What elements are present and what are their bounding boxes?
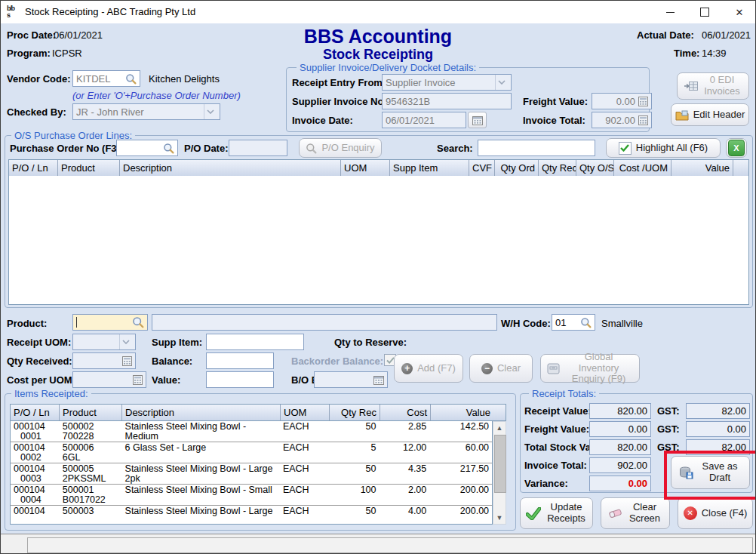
po-col-description: Description — [120, 160, 341, 176]
po-date-input[interactable] — [229, 140, 287, 156]
maximize-button[interactable] — [687, 1, 722, 23]
calculator-icon — [638, 97, 648, 106]
items-col-cost: Cost — [380, 405, 431, 420]
clear-screen-button[interactable]: Clear Screen — [601, 497, 670, 529]
red-close-icon: ✕ — [684, 506, 697, 520]
product-search-icon[interactable] — [132, 316, 144, 328]
actual-date-label: Actual Date: — [637, 29, 694, 41]
calculator-icon — [638, 115, 648, 125]
edi-icon — [684, 81, 698, 91]
items-col-po-ln: P/O / Ln — [11, 405, 60, 420]
items-table-scrollbar[interactable]: ▲ ▼ — [493, 421, 506, 525]
close-window-button[interactable]: ✕ — [722, 1, 756, 23]
highlight-all-button[interactable]: Highlight All (F6) — [606, 138, 721, 158]
supplier-invoice-no-input[interactable]: 9546321B — [382, 93, 512, 109]
proc-date-value: 06/01/2021 — [54, 29, 103, 41]
vendor-name: Kitchen Delights — [149, 73, 220, 85]
receipt-uom-select[interactable] — [72, 334, 136, 350]
po-col-qty-os: Qty O/S — [576, 160, 614, 176]
po-enquiry-button: P/O Enquiry — [299, 138, 382, 158]
items-col-value: Value — [431, 405, 493, 420]
value-input[interactable] — [206, 371, 274, 388]
total-stock-val-field: 820.00 — [589, 439, 651, 455]
search-icon — [306, 143, 317, 154]
po-date-label: P/O Date: — [184, 143, 229, 154]
balance-input[interactable] — [206, 352, 274, 369]
freight-total-field: 0.00 — [589, 421, 651, 437]
balance-label: Balance: — [152, 355, 192, 367]
table-row[interactable]: 0001040002 5000066GL 6 Glass Set - Large… — [11, 442, 492, 463]
items-receipted-legend: Items Receipted: — [11, 388, 91, 399]
invoice-date-calendar-button[interactable] — [468, 112, 487, 128]
po-search-icon[interactable] — [163, 143, 174, 154]
vendor-code-input[interactable]: KITDEL — [72, 70, 140, 87]
freight-value-input[interactable]: 0.00 — [592, 93, 652, 109]
wh-search-icon[interactable] — [580, 317, 592, 328]
po-col-value: Value — [671, 160, 733, 176]
inventory-box-icon — [547, 363, 560, 374]
table-row[interactable]: 0001040004 500001B0017022 Stainless Stee… — [11, 485, 492, 506]
green-check-icon — [526, 507, 541, 520]
qty-received-input[interactable] — [72, 352, 136, 369]
items-col-spare — [493, 405, 506, 420]
cost-per-uom-label: Cost per UOM: — [7, 374, 75, 386]
edi-invoices-button: 0 EDI Invoices — [677, 72, 749, 100]
wh-code-input[interactable]: 01 — [552, 314, 595, 331]
status-panel — [27, 537, 753, 553]
invoice-total-bottom-label: Invoice Total: — [524, 460, 587, 471]
po-col-spare — [733, 160, 748, 176]
receipt-entry-from-select[interactable]: Supplier Invoice — [382, 74, 512, 91]
program-value: ICPSR — [52, 48, 82, 59]
product-input[interactable] — [72, 314, 148, 331]
time-value: 14:39 — [702, 48, 727, 59]
status-bar — [1, 534, 756, 554]
edit-header-button[interactable]: Edit Header — [671, 103, 749, 126]
checked-by-select[interactable]: JR - John River — [72, 103, 220, 120]
scroll-up-icon[interactable]: ▲ — [493, 422, 506, 434]
search-label: Search: — [437, 143, 473, 154]
invoice-total-label: Invoice Total: — [523, 115, 585, 126]
edit-header-icon — [675, 109, 689, 121]
export-excel-button[interactable]: X — [726, 138, 747, 158]
app-title: BBS Accounting — [265, 26, 491, 48]
vendor-hint: (or Enter 'O'+Purchase Order Number) — [72, 90, 241, 101]
cost-per-uom-input[interactable] — [72, 371, 146, 388]
gst-label: GST: — [657, 423, 680, 435]
qty-to-reserve-label: Qty to Reserve: — [334, 337, 407, 348]
supp-item-input[interactable] — [206, 334, 304, 350]
freight-total-label: Freight Value: — [524, 423, 589, 435]
items-col-qty-rec: Qty Rec — [330, 405, 380, 420]
table-row[interactable]: 000104 500003 Stainless Steel Mixing Bow… — [11, 506, 492, 525]
table-row[interactable]: 0001040001 500002700228 Stainless Steel … — [11, 421, 492, 442]
vendor-search-icon[interactable] — [125, 73, 137, 85]
calendar-icon — [472, 115, 483, 125]
update-receipts-button[interactable]: Update Receipts — [520, 497, 593, 529]
table-row[interactable]: 0001040003 5000052PKSSML Stainless Steel… — [11, 463, 492, 485]
chevron-down-icon — [204, 104, 217, 119]
chevron-down-icon — [119, 334, 132, 349]
po-no-label: Purchase Order No (F3): — [10, 143, 123, 154]
po-table-body[interactable] — [8, 176, 749, 305]
po-col-product: Product — [58, 160, 120, 176]
invoice-date-input[interactable]: 06/01/2021 — [382, 112, 466, 128]
minimize-button[interactable] — [653, 1, 687, 23]
search-input[interactable] — [478, 140, 595, 156]
po-col-qty-rec: Qty Rec — [539, 160, 576, 176]
receipt-value-label: Receipt Value: — [524, 405, 592, 417]
product-description-field — [152, 314, 497, 331]
invoice-total-input[interactable]: 902.00 — [592, 112, 652, 128]
bo-eta-input[interactable] — [314, 371, 388, 388]
clear-button: − Clear — [469, 354, 533, 383]
items-col-product: Product — [60, 405, 122, 420]
scrollbar-thumb[interactable] — [494, 435, 506, 493]
title-bar: b̸bs Stock Receipting - ABC Trading Pty … — [1, 1, 755, 23]
items-table-body: 0001040001 500002700228 Stainless Steel … — [10, 421, 493, 525]
po-no-input[interactable] — [116, 140, 178, 156]
chevron-down-icon — [495, 75, 508, 90]
items-col-uom: UOM — [281, 405, 330, 420]
scroll-down-icon[interactable]: ▼ — [493, 512, 506, 524]
calculator-icon — [133, 375, 143, 385]
close-f4-button[interactable]: ✕ Close (F4) — [678, 497, 753, 529]
minus-icon: − — [481, 363, 493, 374]
calendar-icon — [373, 375, 384, 385]
